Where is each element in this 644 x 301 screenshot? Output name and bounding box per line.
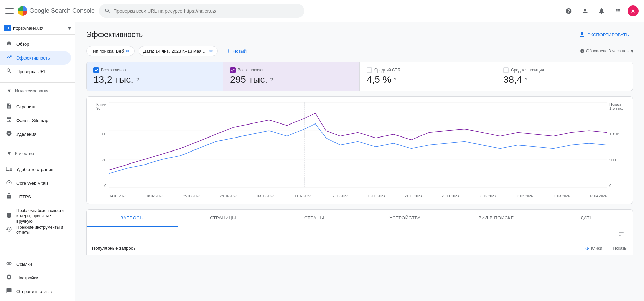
tab-search-appearance[interactable]: ВИД В ПОИСКЕ	[451, 210, 542, 227]
menu-icon[interactable]	[5, 7, 14, 15]
sidebar-item-label: Core Web Vitals	[16, 181, 48, 186]
sidebar-item-label: Проблемы безопасности и меры, принятые в…	[16, 208, 65, 224]
chart-area: Клики 90 60 30 0 Показы 1,5 тыс. 1 тыс. …	[86, 96, 633, 204]
filter-button[interactable]	[616, 230, 627, 238]
y-label-right: Показы 1,5 тыс.	[609, 102, 623, 110]
tab-devices[interactable]: УСТРОЙСТВА	[359, 210, 451, 227]
x-label: 03.02.2024	[516, 194, 533, 198]
metric-card-clicks[interactable]: Всего кликов 13,2 тыс. ?	[87, 62, 223, 91]
tab-pages[interactable]: СТРАНИЦЫ	[178, 210, 269, 227]
metric-card-ctr[interactable]: Средний CTR 4,5 % ?	[360, 62, 496, 91]
edit-icon: ✏	[126, 48, 130, 54]
main-nav: Обзор Эффективность Проверка URL	[0, 35, 75, 81]
updated-text: Обновлено 3 часа назад	[580, 49, 633, 53]
quality-section-header[interactable]: ▾ Качество	[0, 147, 75, 160]
search-input[interactable]	[113, 8, 299, 14]
col-impressions[interactable]: Показы	[613, 246, 627, 251]
chart-container: Клики 90 60 30 0 Показы 1,5 тыс. 1 тыс. …	[92, 102, 627, 198]
date-range-filter[interactable]: Дата: 14 янв. 2023 г.–13 мая … ✏	[139, 46, 218, 56]
col-clicks[interactable]: Клики	[585, 246, 602, 251]
chevron-icon: ▾	[5, 87, 12, 94]
search-type-filter[interactable]: Тип поиска: Веб ✏	[86, 46, 135, 56]
devices-icon	[5, 166, 12, 173]
notifications-button[interactable]	[595, 4, 608, 18]
sidebar-item-removals[interactable]: Удаления	[0, 127, 71, 141]
x-label: 03.06.2023	[257, 194, 274, 198]
site-selector[interactable]: H https://haier.uz/ ▾	[0, 22, 75, 35]
history-icon	[5, 226, 12, 234]
edit-icon: ✏	[209, 48, 213, 54]
indexing-label: Индексирование	[15, 88, 50, 93]
help-icon[interactable]: ?	[525, 77, 528, 82]
app-title: Google Search Console	[29, 7, 95, 14]
info-icon	[580, 49, 585, 53]
indexing-section-header[interactable]: ▾ Индексирование	[0, 84, 75, 97]
account-button[interactable]	[578, 4, 592, 18]
sidebar-item-label: Файлы Sitemap	[16, 118, 48, 123]
add-filter-button[interactable]: Новый	[222, 46, 251, 56]
chart-y-right: Показы 1,5 тыс. 1 тыс. 500 0	[607, 102, 627, 188]
search-icon	[5, 68, 12, 76]
help-button[interactable]	[562, 4, 576, 18]
sidebar-item-performance[interactable]: Эффективность	[0, 51, 71, 65]
sidebar-bottom: Ссылки Настройки Отправить отзыв	[0, 254, 75, 301]
avatar[interactable]: A	[628, 5, 639, 16]
sidebar-item-page-experience[interactable]: Удобство страниц	[0, 162, 71, 176]
help-icon[interactable]: ?	[270, 77, 273, 82]
tab-queries[interactable]: ЗАПРОСЫ	[87, 210, 178, 227]
metric-card-impressions[interactable]: Всего показов 295 тыс. ?	[223, 62, 360, 91]
sidebar-item-pages[interactable]: Страницы	[0, 100, 71, 114]
content-header: Эффективность ЭКСПОРТИРОВАТЬ	[75, 22, 644, 46]
remove-icon	[5, 130, 12, 138]
apps-button[interactable]	[611, 4, 625, 18]
sidebar-item-manual-actions[interactable]: Проблемы безопасности и меры, принятые в…	[0, 209, 71, 223]
metrics-row: Всего кликов 13,2 тыс. ? Всего показов 2…	[86, 62, 633, 91]
search-bar[interactable]	[99, 4, 304, 18]
metric-label-ctr: Средний CTR	[367, 67, 489, 73]
logo[interactable]: Google Search Console	[18, 6, 95, 16]
google-logo-icon	[18, 6, 27, 16]
chevron-down-icon: ▾	[68, 25, 71, 31]
metric-card-position[interactable]: Средняя позиция 38,4 ?	[496, 62, 633, 91]
ctr-checkbox	[367, 67, 372, 73]
sidebar-item-label: Прежние инструменты и отчёты	[16, 225, 65, 235]
x-label: 30.12.2023	[479, 194, 496, 198]
metric-label-clicks: Всего кликов	[93, 67, 216, 73]
filter-icon	[618, 231, 624, 237]
sidebar-item-label: Удобство страниц	[16, 167, 53, 172]
sidebar-item-legacy[interactable]: Прежние инструменты и отчёты	[0, 223, 71, 237]
metric-label-impressions: Всего показов	[230, 67, 353, 73]
sidebar-item-links[interactable]: Ссылки	[0, 257, 71, 271]
quality-label: Качество	[15, 151, 34, 156]
sidebar-item-settings[interactable]: Настройки	[0, 271, 71, 285]
help-icon[interactable]: ?	[136, 77, 139, 82]
tab-countries[interactable]: СТРАНЫ	[269, 210, 360, 227]
site-name: https://haier.uz/	[13, 26, 66, 31]
tabs-filter-row	[86, 227, 633, 241]
plus-icon	[226, 48, 231, 54]
sidebar-item-overview[interactable]: Обзор	[0, 37, 71, 51]
x-label: 16.09.2023	[368, 194, 385, 198]
download-icon	[579, 31, 585, 38]
sidebar-item-core-web-vitals[interactable]: Core Web Vitals	[0, 176, 71, 190]
tab-dates[interactable]: ДАТЫ	[542, 210, 633, 227]
article-icon	[5, 103, 12, 111]
x-label: 21.10.2023	[405, 194, 422, 198]
table-header: Популярные запросы Клики Показы	[86, 241, 633, 255]
sidebar-item-sitemaps[interactable]: Файлы Sitemap	[0, 114, 71, 127]
sidebar-item-feedback[interactable]: Отправить отзыв	[0, 285, 71, 298]
chart-y-left: Клики 90 60 30 0	[92, 102, 109, 188]
filters-bar: Тип поиска: Веб ✏ Дата: 14 янв. 2023 г.–…	[75, 46, 644, 62]
chart-x-axis: 14.01.2023 18.02.2023 25.03.2023 29.04.2…	[109, 190, 607, 198]
speed-icon	[5, 179, 12, 187]
home-icon	[5, 40, 12, 48]
table-columns: Клики Показы	[585, 246, 627, 251]
metric-value-ctr: 4,5 % ?	[367, 74, 489, 85]
sidebar-item-label: Проверка URL	[16, 69, 47, 74]
sidebar-item-url-inspection[interactable]: Проверка URL	[0, 65, 71, 78]
sidebar-item-https[interactable]: HTTPS	[0, 190, 71, 204]
help-icon[interactable]: ?	[394, 77, 397, 82]
export-button[interactable]: ЭКСПОРТИРОВАТЬ	[575, 29, 633, 40]
topbar-actions: A	[562, 4, 639, 18]
arrow-down-icon	[585, 246, 590, 251]
